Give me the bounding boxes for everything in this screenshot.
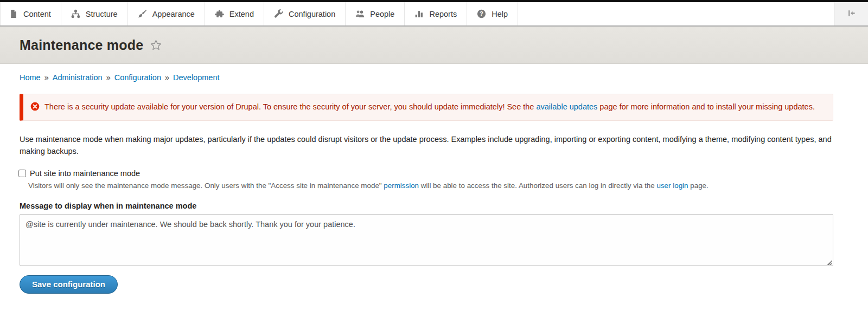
permission-link[interactable]: permission [384,182,419,190]
page-header: Maintenance mode [0,27,868,64]
toggle-orientation-icon [847,9,856,20]
maintenance-mode-checkbox-label[interactable]: Put site into maintenance mode [30,169,140,178]
toolbar-spacer [518,2,834,25]
maintenance-message-field-wrap: @site is currently under maintenance. We… [20,214,833,266]
toolbar-item-structure[interactable]: Structure [61,2,128,25]
error-message-text: There is a security update available for… [44,101,815,113]
error-text-after: page for more information and to install… [597,102,815,111]
page-title: Maintenance mode [20,37,143,53]
breadcrumb-link-administration[interactable]: Administration [53,73,103,82]
paintbrush-icon [138,9,147,18]
toolbar-item-label: Help [492,10,508,18]
wrench-icon [274,9,283,18]
description-part-1: Visitors will only see the maintenance m… [28,182,384,190]
admin-toolbar: Content Structure Appearance Extend Conf… [0,2,868,27]
breadcrumb-link-development[interactable]: Development [173,73,219,82]
toolbar-item-appearance[interactable]: Appearance [128,2,205,25]
toolbar-item-label: Appearance [152,10,195,18]
toolbar-item-label: People [370,10,394,18]
breadcrumb: Home»Administration»Configuration»Develo… [20,73,833,82]
maintenance-message-textarea[interactable]: @site is currently under maintenance. We… [20,214,833,266]
help-icon: ? [477,9,486,18]
toolbar-item-configuration[interactable]: Configuration [264,2,346,25]
toolbar-item-label: Extend [229,10,254,18]
maintenance-mode-description: Visitors will only see the maintenance m… [28,180,833,191]
maintenance-mode-checkbox-row: Put site into maintenance mode [18,169,833,178]
star-icon[interactable] [150,40,162,51]
error-text-before: There is a security update available for… [44,102,536,111]
breadcrumb-separator: » [106,73,111,82]
toolbar-item-label: Structure [86,10,118,18]
save-configuration-button[interactable]: Save configuration [20,275,118,294]
description-part-3: page. [688,182,709,190]
sitemap-icon [71,9,80,18]
main-content: Home»Administration»Configuration»Develo… [0,73,868,294]
description-part-2: will be able to access the site. Authori… [419,182,656,190]
breadcrumb-separator: » [165,73,169,82]
toolbar-item-people[interactable]: People [346,2,405,25]
toolbar-item-label: Content [23,10,51,18]
toolbar-item-label: Reports [429,10,457,18]
toolbar-item-help[interactable]: ? Help [467,2,518,25]
maintenance-message-label: Message to display when in maintenance m… [20,202,833,210]
toolbar-item-label: Configuration [289,10,335,18]
breadcrumb-link-home[interactable]: Home [20,73,41,82]
toolbar-item-extend[interactable]: Extend [205,2,264,25]
error-message-box: There is a security update available for… [20,94,833,121]
puzzle-icon [215,9,224,18]
error-icon [30,102,40,113]
maintenance-mode-checkbox[interactable] [18,170,26,177]
available-updates-link[interactable]: available updates [536,102,597,111]
intro-paragraph: Use maintenance mode when making major u… [20,133,833,157]
toolbar-item-reports[interactable]: Reports [405,2,467,25]
people-icon [355,9,365,18]
breadcrumb-separator: » [44,73,49,82]
svg-text:?: ? [480,10,483,17]
toolbar-orientation-toggle[interactable] [834,2,868,25]
bar-chart-icon [414,9,424,18]
breadcrumb-link-configuration[interactable]: Configuration [114,73,161,82]
user-login-link[interactable]: user login [656,182,688,190]
toolbar-item-content[interactable]: Content [0,2,61,25]
file-icon [9,9,18,18]
